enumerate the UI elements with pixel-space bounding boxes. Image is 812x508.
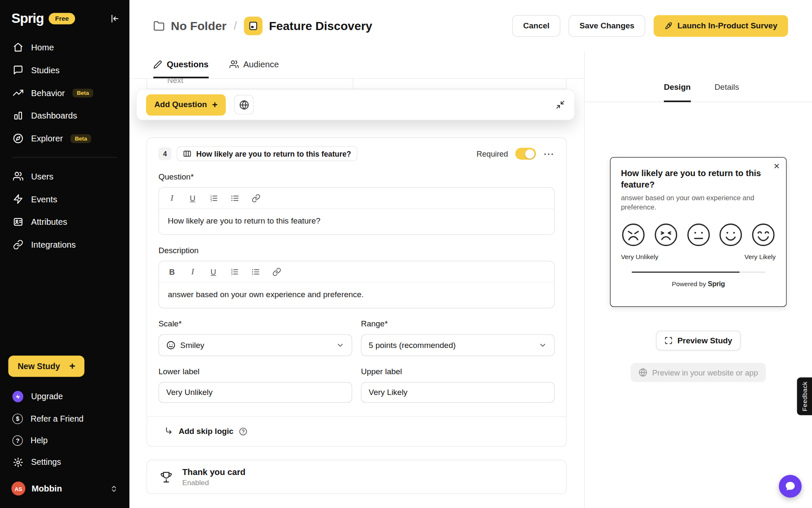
translations-button[interactable] (234, 95, 254, 115)
ordered-list-icon[interactable]: 123 (209, 193, 218, 202)
sidebar-item-help[interactable]: ? Help (0, 430, 129, 451)
globe-icon (639, 368, 647, 377)
cancel-button[interactable]: Cancel (512, 15, 560, 37)
bold-icon[interactable]: B (168, 267, 176, 276)
required-toggle[interactable] (515, 148, 536, 160)
new-study-button[interactable]: New Study + (8, 356, 85, 377)
sidebar-item-settings[interactable]: Settings (0, 452, 129, 473)
avatar: AS (11, 482, 25, 496)
thank-you-card[interactable]: Thank you card Enabled (147, 460, 567, 494)
lower-label-input[interactable] (159, 382, 352, 403)
tab-questions[interactable]: Questions (153, 52, 208, 78)
sidebar-item-behavior[interactable]: Behavior Beta (0, 81, 129, 104)
tab-details[interactable]: Details (714, 83, 739, 102)
sidebar-item-upgrade[interactable]: Upgrade (0, 385, 129, 408)
scale-value: Smiley (180, 340, 204, 350)
smiley-very-unlikely-icon[interactable] (621, 223, 646, 248)
smiley-very-likely-icon[interactable] (751, 223, 776, 248)
header-actions: Cancel Save Changes Launch In-Product Su… (512, 15, 788, 37)
underline-icon[interactable]: U (189, 193, 197, 202)
more-menu-icon[interactable]: ⋯ (543, 148, 554, 159)
add-skip-logic-button[interactable]: Add skip logic (159, 417, 555, 446)
survey-preview-card: ✕ How likely are you to return to this f… (610, 157, 787, 307)
close-icon[interactable]: ✕ (774, 162, 780, 170)
account-switcher[interactable]: AS Mobbin (0, 473, 129, 508)
collapse-questions-icon[interactable] (556, 100, 565, 109)
add-question-label: Add Question (154, 100, 207, 109)
sidebar-item-label: Users (31, 171, 53, 181)
required-label: Required (477, 149, 508, 158)
sidebar-item-label: Dashboards (31, 110, 77, 120)
preview-upper-label: Very Likely (744, 254, 776, 261)
preview-in-website-button[interactable]: Preview in your website or app (631, 363, 766, 382)
upper-label: Upper label (361, 367, 554, 376)
sidebar-item-explorer[interactable]: Explorer Beta (0, 127, 129, 150)
preview-lower-label: Very Unlikely (621, 254, 658, 261)
tab-audience[interactable]: Audience (229, 52, 279, 78)
explorer-icon (12, 133, 23, 144)
scale-select[interactable]: Smiley (159, 334, 352, 356)
smiley-unlikely-icon[interactable] (653, 223, 678, 248)
launch-survey-button[interactable]: Launch In-Product Survey (653, 15, 788, 37)
save-changes-button[interactable]: Save Changes (569, 15, 645, 37)
description-editor-toolbar: B I U 123 (159, 261, 554, 282)
sidebar-item-refer[interactable]: $ Refer a Friend (0, 408, 129, 430)
question-title-chip[interactable]: How likely are you to return to this fea… (177, 146, 357, 161)
ordered-list-icon[interactable]: 123 (230, 267, 239, 276)
feedback-tab-label: Feedback (801, 381, 808, 411)
sidebar-item-label: Events (31, 194, 57, 204)
toggle-knob (525, 149, 535, 158)
question-toolbar: Add Question + (136, 89, 575, 120)
plan-badge[interactable]: Free (49, 13, 75, 24)
question-editor-toolbar: I U 123 (159, 188, 554, 209)
previous-question-column-divider (353, 79, 353, 89)
sidebar-item-dashboards[interactable]: Dashboards (0, 104, 129, 127)
question-type-icon (183, 149, 192, 158)
preview-question: How likely are you to return to this fea… (621, 168, 768, 191)
add-question-button[interactable]: Add Question + (146, 94, 226, 115)
sidebar-item-attributes[interactable]: Attributes (0, 210, 129, 233)
description-editor: B I U 123 answer based on your own exper… (159, 261, 555, 309)
sidebar-item-studies[interactable]: Studies (0, 58, 129, 81)
page-title: Feature Discovery (269, 19, 372, 33)
smiley-likely-icon[interactable] (719, 223, 743, 248)
help-icon: ? (12, 436, 22, 446)
tab-questions-label: Questions (167, 59, 208, 69)
sidebar-item-home[interactable]: Home (0, 36, 129, 58)
breadcrumb-folder[interactable]: No Folder (171, 19, 226, 33)
thank-you-title: Thank you card (182, 467, 245, 477)
question-editor: I U 123 How likely are you to return to … (159, 187, 555, 235)
chevron-down-icon (336, 341, 345, 350)
link-icon[interactable] (272, 267, 281, 276)
italic-icon[interactable]: I (168, 193, 176, 203)
underline-icon[interactable]: U (209, 267, 218, 276)
sidebar-item-users[interactable]: Users (0, 165, 129, 188)
bullet-list-icon[interactable] (230, 193, 239, 202)
sidebar-item-integrations[interactable]: Integrations (0, 233, 129, 256)
sidebar-item-events[interactable]: Events (0, 188, 129, 210)
question-card: 4 How likely are you to return to this f… (147, 137, 567, 447)
questions-scroll-area[interactable]: Next Add Question + 4 How likely are you… (129, 79, 584, 508)
studies-icon (12, 65, 23, 75)
feedback-tab[interactable]: Feedback (797, 377, 812, 415)
link-icon[interactable] (252, 193, 261, 202)
scale-label: Scale* (159, 319, 352, 329)
previous-question-card-clipped: Next (147, 79, 567, 89)
collapse-sidebar-icon[interactable] (110, 13, 120, 23)
upper-label-input[interactable] (361, 382, 554, 403)
tab-design[interactable]: Design (664, 83, 691, 102)
plus-icon[interactable]: + (69, 360, 75, 372)
bullet-list-icon[interactable] (251, 267, 260, 276)
preview-study-label: Preview Study (678, 336, 732, 345)
italic-icon[interactable]: I (189, 267, 197, 276)
smiley-neutral-icon[interactable] (686, 223, 711, 248)
chat-widget-button[interactable] (779, 475, 802, 498)
sidebar-footer: Upgrade $ Refer a Friend ? Help Settings (0, 385, 129, 473)
help-circle-icon[interactable] (239, 427, 247, 436)
question-text-input[interactable]: How likely are you to return to this fea… (159, 209, 554, 234)
sidebar-nav-primary: Home Studies Behavior Beta Dashboards Ex… (0, 33, 129, 153)
home-icon (12, 42, 23, 52)
range-select[interactable]: 5 points (recommended) (361, 334, 554, 356)
preview-study-button[interactable]: Preview Study (656, 331, 741, 351)
description-text-input[interactable]: answer based on your own experience and … (159, 282, 554, 308)
